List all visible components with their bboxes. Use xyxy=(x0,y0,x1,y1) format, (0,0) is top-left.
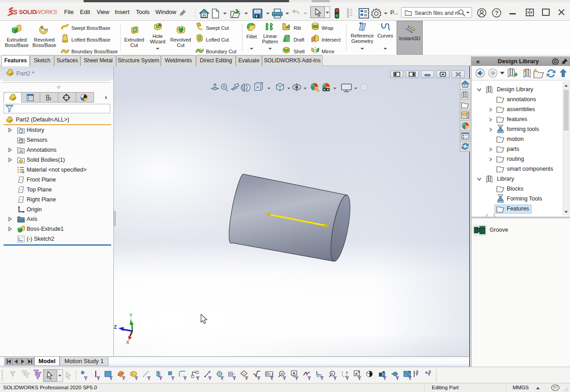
svg-text:A: A xyxy=(331,372,333,375)
svg-text:S: S xyxy=(13,9,18,16)
svg-text:N: N xyxy=(281,372,283,375)
svg-text:Z: Z xyxy=(114,324,117,330)
svg-text:WORKS: WORKS xyxy=(36,9,57,15)
svg-text:Y: Y xyxy=(129,313,133,318)
svg-text:A: A xyxy=(19,149,23,154)
svg-text:SOLID: SOLID xyxy=(19,9,36,15)
svg-text:0.3: 0.3 xyxy=(269,373,273,376)
svg-text:A: A xyxy=(355,372,358,376)
svg-text:A: A xyxy=(293,371,295,375)
svg-text:?: ? xyxy=(495,9,499,16)
svg-text:X: X xyxy=(126,340,130,345)
